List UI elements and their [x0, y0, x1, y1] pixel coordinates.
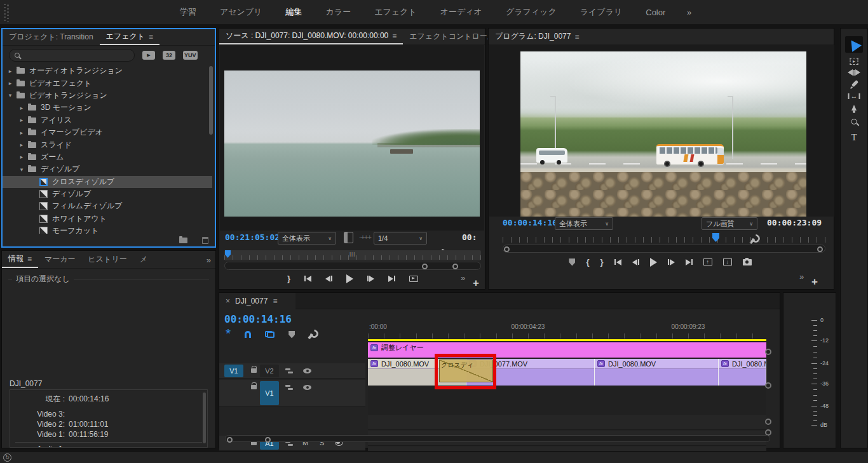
add-marker-icon[interactable] — [288, 331, 295, 339]
track-scroll-handle[interactable] — [765, 419, 771, 425]
snap-icon[interactable] — [245, 331, 251, 338]
track-button-v2[interactable]: V2 — [260, 365, 279, 377]
razor-tool-button[interactable] — [850, 81, 858, 88]
add-marker-icon[interactable] — [569, 258, 575, 266]
linked-selection-icon[interactable] — [265, 331, 275, 338]
selection-tool-button[interactable] — [845, 36, 863, 53]
effects-tree-item[interactable]: ▸オーディオトランジション — [3, 65, 212, 77]
audio-track-content[interactable] — [368, 415, 766, 430]
tab-source[interactable]: ソース : DJI_0077: DJI_0080.MOV: 00:00:00:0… — [219, 29, 403, 44]
lock-icon[interactable] — [251, 368, 257, 373]
track-scroll-handle[interactable] — [765, 382, 771, 389]
lock-icon[interactable] — [251, 385, 257, 389]
effects-tree-item[interactable]: ディゾルブ — [3, 188, 212, 200]
step-back-button[interactable] — [325, 276, 332, 282]
info-tabs-overflow-button[interactable]: » — [207, 255, 210, 265]
zoom-tool-button[interactable] — [851, 119, 857, 124]
workspace-tab-学習[interactable]: 学習 — [180, 6, 196, 18]
chevron-collapsed-icon[interactable]: ▸ — [6, 68, 14, 74]
panel-menu-icon[interactable]: ≡ — [27, 255, 32, 264]
draft-quality-icon[interactable]: -+++ — [359, 233, 371, 241]
info-tab-メ[interactable]: メ — [133, 251, 154, 268]
pen-tool-button[interactable] — [851, 105, 857, 113]
ripple-edit-tool-button[interactable] — [848, 69, 860, 76]
tab-effect-controls[interactable]: エフェクトコントロール — [403, 29, 501, 44]
chevron-collapsed-icon[interactable]: ▸ — [18, 105, 25, 111]
source-patch-v1[interactable]: V1 — [224, 365, 243, 377]
step-back-button[interactable] — [632, 259, 639, 265]
effects-tree-item[interactable]: ▸ビデオエフェクト — [3, 77, 212, 89]
effects-tree-item[interactable]: クロスディゾルブ — [3, 176, 212, 188]
timeline-zoom-handle-left[interactable] — [227, 437, 233, 443]
workspace-tab-ライブラリ[interactable]: ライブラリ — [580, 6, 623, 18]
source-timecode[interactable]: 00:21:05:02 — [225, 232, 280, 242]
info-tab-ヒストリー[interactable]: ヒストリー — [82, 251, 133, 268]
info-scrollbar[interactable] — [203, 393, 206, 443]
source-resolution-dropdown[interactable]: 1/4∨ — [374, 232, 427, 245]
workspace-tab-Color[interactable]: Color — [646, 8, 665, 17]
clip-DJI_0080.M[interactable]: fxDJI_0080.M — [719, 359, 766, 386]
step-forward-button[interactable] — [668, 259, 675, 265]
panel-menu-icon[interactable]: ≡ — [149, 32, 153, 41]
program-time-ruler[interactable] — [503, 233, 825, 243]
effects-tree-item[interactable]: ▾ビデオトランジション — [3, 90, 212, 102]
timeline-horizontal-scrollbar[interactable] — [225, 435, 770, 442]
chevron-collapsed-icon[interactable]: ▸ — [18, 117, 25, 123]
effects-tree-item[interactable]: フィルムディゾルブ — [3, 200, 212, 212]
mark-in-icon[interactable]: { — [586, 257, 589, 267]
program-video-viewer[interactable] — [489, 45, 834, 217]
sync-lock-icon[interactable] — [285, 368, 293, 374]
mark-out-icon[interactable]: } — [600, 257, 604, 267]
track-scroll-handle[interactable] — [765, 349, 771, 355]
yuv-filter-button[interactable]: YUV — [183, 51, 198, 60]
go-to-out-button[interactable] — [388, 276, 395, 282]
program-transport-overflow-button[interactable]: » — [799, 272, 803, 281]
source-time-ruler[interactable]: ||| — [224, 250, 481, 260]
play-button[interactable] — [346, 274, 353, 283]
effects-tree-item[interactable]: ▸アイリス — [3, 114, 212, 126]
lift-button[interactable]: ↑ — [703, 258, 712, 265]
effects-tree-item[interactable]: ▸スライド — [3, 138, 212, 151]
32bit-filter-button[interactable]: 32 — [163, 51, 175, 60]
source-transport-overflow-button[interactable]: » — [461, 273, 465, 283]
timeline-settings-icon[interactable] — [309, 330, 318, 339]
panel-grabber-icon[interactable] — [4, 4, 10, 22]
type-tool-button[interactable]: T — [851, 132, 857, 143]
track-header-v2[interactable]: V1V2 — [219, 363, 365, 379]
effects-tree-item[interactable]: ▾ディゾルブ — [3, 163, 212, 175]
chevron-collapsed-icon[interactable]: ▸ — [18, 154, 25, 160]
close-icon[interactable]: × — [226, 297, 230, 305]
panel-menu-icon[interactable]: ≡ — [574, 32, 579, 41]
source-button-editor-add[interactable]: + — [473, 277, 479, 290]
panel-menu-icon[interactable]: ≡ — [273, 297, 277, 305]
workspace-tab-エフェクト[interactable]: エフェクト — [374, 6, 417, 18]
mark-out-icon[interactable]: } — [287, 274, 290, 283]
track-visibility-eye-icon[interactable] — [303, 368, 311, 373]
ruler-grip-icon[interactable]: ||| — [349, 251, 355, 257]
export-frame-camera-icon[interactable] — [743, 259, 752, 265]
source-settings-icon[interactable] — [344, 232, 353, 243]
step-forward-button[interactable] — [367, 276, 374, 282]
source-fit-dropdown[interactable]: 全体表示∨ — [278, 232, 336, 245]
workspace-tab-オーディオ[interactable]: オーディオ — [440, 6, 482, 18]
timeline-content[interactable]: :00:0000:00:04:2300:00:09:23 fx調整レイヤーfxD… — [368, 321, 766, 445]
export-frame-icon[interactable] — [409, 276, 418, 282]
info-tab-情報[interactable]: 情報≡ — [2, 251, 38, 268]
chevron-collapsed-icon[interactable]: ▸ — [6, 80, 14, 86]
source-zoom-scrollbar[interactable] — [224, 262, 481, 270]
workspace-overflow-button[interactable]: » — [687, 8, 691, 17]
program-zoom-scrollbar[interactable] — [503, 245, 825, 253]
effects-tree-item[interactable]: ▸イマーシブビデオ — [3, 126, 212, 138]
track-header-v1[interactable]: V1 — [219, 380, 365, 406]
program-zoom-handle-right[interactable] — [817, 246, 823, 252]
track-button-v1[interactable]: V1 — [260, 381, 279, 405]
source-video-viewer[interactable] — [220, 45, 484, 231]
chevron-expanded-icon[interactable]: ▾ — [18, 166, 25, 173]
clip-DJI_0080.MOV[interactable]: fxDJI_0080.MOV — [595, 359, 719, 386]
chevron-expanded-icon[interactable]: ▾ — [6, 92, 14, 98]
effects-tree-item[interactable]: モーフカット — [3, 225, 212, 234]
timeline-tab[interactable]: × DJI_0077 ≡ — [219, 293, 295, 309]
panel-menu-icon[interactable]: ≡ — [392, 32, 397, 41]
tab-project[interactable]: プロジェクト: Transition — [3, 29, 100, 45]
go-to-in-button[interactable] — [614, 259, 621, 265]
